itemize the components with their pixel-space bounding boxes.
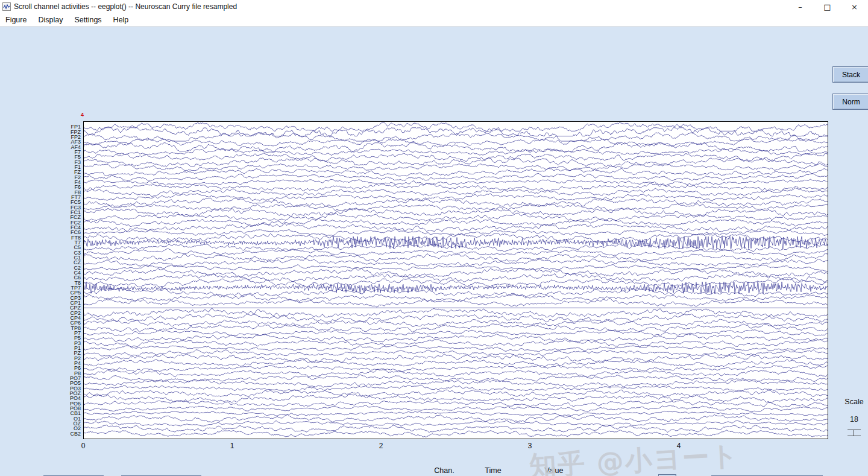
- eeg-trace-C1[interactable]: [84, 253, 828, 262]
- x-tick-2: 2: [369, 442, 393, 450]
- channel-label-FC6: FC6: [0, 230, 81, 235]
- eeg-trace-T7[interactable]: [84, 236, 828, 249]
- channel-label-P6: P6: [0, 366, 81, 370]
- eeg-trace-CP4[interactable]: [84, 314, 828, 322]
- channel-label-C1: C1: [0, 255, 81, 260]
- eeg-trace-P4[interactable]: [84, 360, 828, 367]
- eeg-trace-P7[interactable]: [84, 330, 828, 336]
- eeg-trace-F6[interactable]: [84, 183, 828, 191]
- eeg-trace-PZ[interactable]: [84, 350, 828, 357]
- eeg-trace-FC2[interactable]: [84, 218, 828, 227]
- channel-label-CP1: CP1: [0, 300, 81, 305]
- eeg-trace-PO3[interactable]: [84, 385, 828, 392]
- channel-label-T7: T7: [0, 240, 81, 245]
- eeg-trace-C2[interactable]: [84, 264, 828, 271]
- stack-button[interactable]: Stack: [832, 66, 868, 83]
- eeg-trace-FC3[interactable]: [84, 203, 828, 211]
- channel-label-F7: F7: [0, 150, 81, 154]
- window-title: Scroll channel activities -- eegplot() -…: [14, 2, 237, 11]
- channel-label-O1: O1: [0, 416, 81, 421]
- eeg-plot-canvas[interactable]: [84, 122, 828, 439]
- scale-ibeam-icon: [846, 430, 862, 436]
- eeg-trace-P8[interactable]: [84, 369, 828, 378]
- eeg-trace-PO4[interactable]: [84, 394, 828, 402]
- eeg-trace-CZ[interactable]: [84, 259, 828, 267]
- eeg-trace-F8[interactable]: [84, 188, 828, 197]
- eeg-trace-P6[interactable]: [84, 365, 828, 372]
- time-readout-label: Time: [475, 466, 511, 475]
- channel-label-TP7: TP7: [0, 285, 81, 290]
- channel-label-AF4: AF4: [0, 145, 81, 150]
- channel-label-FP1: FP1: [0, 124, 81, 129]
- eeg-trace-T8[interactable]: [84, 279, 828, 287]
- channel-label-CB1: CB1: [0, 411, 81, 416]
- minimize-icon[interactable]: –: [787, 0, 814, 13]
- channel-label-F3: F3: [0, 160, 81, 165]
- eeg-trace-FPZ[interactable]: [84, 128, 828, 136]
- eeg-trace-CP6[interactable]: [84, 319, 828, 327]
- eeg-trace-TP7[interactable]: [84, 282, 828, 294]
- eeg-trace-AF4[interactable]: [84, 143, 828, 151]
- channel-label-CP5: CP5: [0, 290, 81, 295]
- eeg-trace-CP5[interactable]: [84, 288, 828, 297]
- eeg-trace-FC4[interactable]: [84, 223, 828, 232]
- menu-item-figure[interactable]: Figure: [5, 16, 27, 24]
- eeg-trace-OZ[interactable]: [84, 420, 828, 426]
- channel-label-C4: C4: [0, 270, 81, 275]
- channel-label-C3: C3: [0, 250, 81, 255]
- channel-label-FC4: FC4: [0, 225, 81, 230]
- eeg-trace-FZ[interactable]: [84, 168, 828, 176]
- menu-item-settings[interactable]: Settings: [74, 16, 101, 24]
- eeg-trace-F4[interactable]: [84, 179, 828, 186]
- channel-label-T8: T8: [0, 281, 81, 285]
- eeg-trace-O2[interactable]: [84, 425, 828, 433]
- channel-label-PO3: PO3: [0, 386, 81, 391]
- channel-label-F8: F8: [0, 190, 81, 195]
- channel-label-CP3: CP3: [0, 296, 81, 300]
- eeg-trace-POZ[interactable]: [84, 390, 828, 397]
- menu-item-display[interactable]: Display: [38, 16, 63, 24]
- channel-label-FP2: FP2: [0, 135, 81, 139]
- eeg-trace-P1[interactable]: [84, 345, 828, 352]
- eeg-trace-FC1[interactable]: [84, 208, 828, 217]
- channel-label-O2: O2: [0, 426, 81, 431]
- eeg-trace-PO7[interactable]: [84, 375, 828, 382]
- eeg-trace-F5[interactable]: [84, 153, 828, 162]
- eeg-trace-F2[interactable]: [84, 174, 828, 182]
- eeg-trace-CB2[interactable]: [84, 430, 828, 437]
- norm-button[interactable]: Norm: [832, 94, 868, 110]
- channel-label-FZ: FZ: [0, 170, 81, 174]
- eeg-trace-F7[interactable]: [84, 148, 828, 155]
- channel-label-PZ: PZ: [0, 351, 81, 355]
- x-axis-ticks: 01234: [0, 442, 868, 451]
- eeg-trace-P3[interactable]: [84, 340, 828, 347]
- value-readout-label: Value: [533, 466, 575, 475]
- event-marker-label: 4: [81, 112, 84, 118]
- eeg-trace-TP8[interactable]: [84, 324, 828, 332]
- x-tick-3: 3: [518, 442, 542, 450]
- channel-label-P8: P8: [0, 371, 81, 376]
- channel-label-CP2: CP2: [0, 311, 81, 316]
- x-tick-1: 1: [220, 442, 244, 450]
- eeg-trace-P5[interactable]: [84, 334, 828, 342]
- channel-label-OZ: OZ: [0, 421, 81, 426]
- channel-label-P4: P4: [0, 361, 81, 366]
- eeg-trace-P2[interactable]: [84, 354, 828, 363]
- menu-item-help[interactable]: Help: [113, 16, 129, 24]
- eeg-trace-O1[interactable]: [84, 414, 828, 422]
- close-icon[interactable]: ×: [841, 0, 868, 13]
- channel-label-F5: F5: [0, 154, 81, 159]
- eegplot-window: Scroll channel activities -- eegplot() -…: [0, 0, 868, 476]
- channel-label-F1: F1: [0, 165, 81, 170]
- eeg-trace-FP1[interactable]: [84, 122, 828, 131]
- channel-label-PO8: PO8: [0, 406, 81, 411]
- scale-value: 18: [839, 415, 868, 424]
- channel-label-P2: P2: [0, 356, 81, 361]
- channel-label-POZ: POZ: [0, 391, 81, 396]
- channel-label-PO6: PO6: [0, 401, 81, 406]
- x-tick-4: 4: [667, 442, 691, 450]
- maximize-icon[interactable]: □: [814, 0, 841, 13]
- channel-label-CP6: CP6: [0, 320, 81, 325]
- eeg-trace-PO8[interactable]: [84, 405, 828, 412]
- eeg-plot-area[interactable]: [83, 121, 828, 439]
